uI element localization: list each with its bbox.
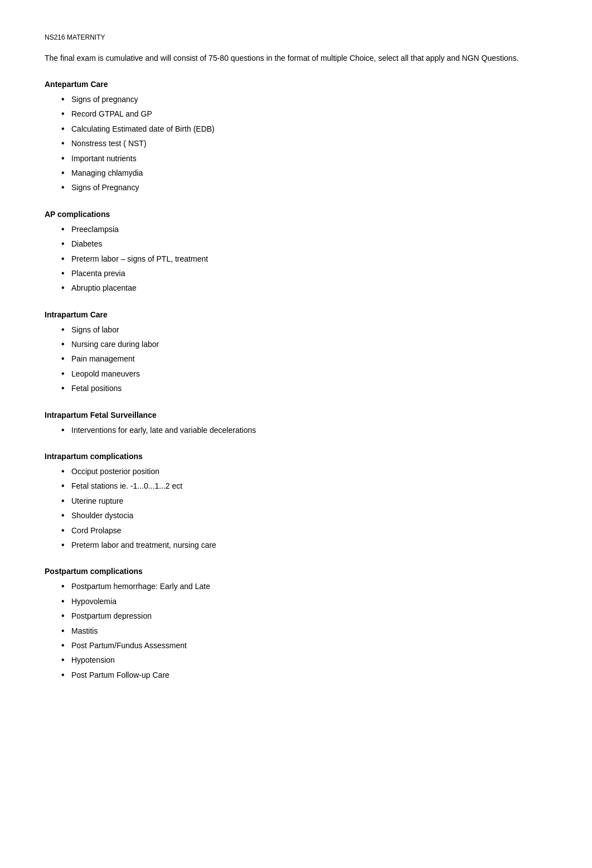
section-title-ap-complications: AP complications (45, 210, 547, 219)
list-item: Post Partum Follow-up Care (61, 669, 547, 681)
list-item: Fetal positions (61, 382, 547, 394)
list-item: Nonstress test ( NST) (61, 137, 547, 150)
section-title-postpartum-complications: Postpartum complications (45, 567, 547, 576)
section-list-ap-complications: PreeclampsiaDiabetesPreterm labor – sign… (45, 223, 547, 295)
section-ap-complications: AP complicationsPreeclampsiaDiabetesPret… (45, 210, 547, 295)
list-item: Fetal stations ie. -1...0...1...2 ect (61, 480, 547, 492)
list-item: Calculating Estimated date of Birth (EDB… (61, 123, 547, 135)
section-antepartum-care: Antepartum CareSigns of pregnancyRecord … (45, 80, 547, 194)
section-list-intrapartum-complications: Occiput posterior positionFetal stations… (45, 465, 547, 551)
list-item: Important nutrients (61, 152, 547, 165)
section-intrapartum-complications: Intrapartum complicationsOcciput posteri… (45, 452, 547, 551)
intro-text: The final exam is cumulative and will co… (45, 52, 547, 64)
list-item: Mastitis (61, 625, 547, 637)
section-list-intrapartum-care: Signs of laborNursing care during laborP… (45, 324, 547, 395)
list-item: Signs of pregnancy (61, 93, 547, 105)
list-item: Leopold maneuvers (61, 368, 547, 380)
list-item: Postpartum hemorrhage: Early and Late (61, 580, 547, 592)
section-title-antepartum-care: Antepartum Care (45, 80, 547, 89)
section-list-intrapartum-fetal-surveillance: Interventions for early, late and variab… (45, 424, 547, 436)
list-item: Occiput posterior position (61, 465, 547, 478)
page-header: NS216 MATERNITY (45, 33, 547, 41)
document-title: NS216 MATERNITY (45, 33, 547, 41)
section-title-intrapartum-complications: Intrapartum complications (45, 452, 547, 461)
section-postpartum-complications: Postpartum complicationsPostpartum hemor… (45, 567, 547, 681)
list-item: Preterm labor – signs of PTL, treatment (61, 253, 547, 265)
section-intrapartum-care: Intrapartum CareSigns of laborNursing ca… (45, 310, 547, 395)
list-item: Diabetes (61, 238, 547, 250)
section-list-postpartum-complications: Postpartum hemorrhage: Early and LateHyp… (45, 580, 547, 681)
list-item: Placenta previa (61, 267, 547, 279)
content-sections: Antepartum CareSigns of pregnancyRecord … (45, 80, 547, 681)
list-item: Shoulder dystocia (61, 509, 547, 522)
list-item: Signs of Pregnancy (61, 181, 547, 194)
list-item: Record GTPAL and GP (61, 108, 547, 120)
list-item: Post Partum/Fundus Assessment (61, 639, 547, 652)
section-title-intrapartum-fetal-surveillance: Intrapartum Fetal Surveillance (45, 411, 547, 419)
list-item: Pain management (61, 353, 547, 365)
section-title-intrapartum-care: Intrapartum Care (45, 310, 547, 319)
list-item: Preterm labor and treatment, nursing car… (61, 539, 547, 551)
list-item: Signs of labor (61, 324, 547, 336)
list-item: Abruptio placentae (61, 282, 547, 294)
list-item: Managing chlamydia (61, 167, 547, 179)
list-item: Uterine rupture (61, 495, 547, 507)
list-item: Interventions for early, late and variab… (61, 424, 547, 436)
list-item: Preeclampsia (61, 223, 547, 235)
list-item: Cord Prolapse (61, 524, 547, 537)
list-item: Hypovolemia (61, 595, 547, 607)
list-item: Postpartum depression (61, 610, 547, 622)
intro-paragraph: The final exam is cumulative and will co… (45, 52, 547, 64)
section-intrapartum-fetal-surveillance: Intrapartum Fetal SurveillanceInterventi… (45, 411, 547, 436)
list-item: Hypotension (61, 654, 547, 666)
section-list-antepartum-care: Signs of pregnancyRecord GTPAL and GPCal… (45, 93, 547, 194)
list-item: Nursing care during labor (61, 338, 547, 350)
